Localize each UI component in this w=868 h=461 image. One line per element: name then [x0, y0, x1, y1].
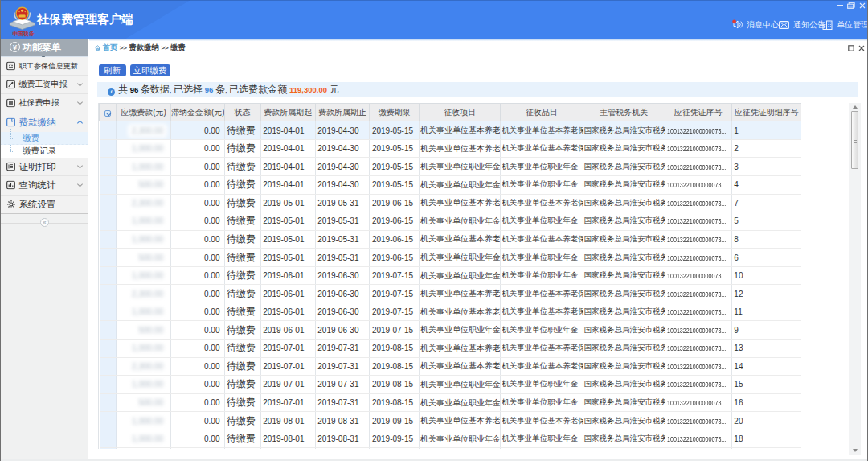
- svg-text:中国税务: 中国税务: [13, 31, 35, 37]
